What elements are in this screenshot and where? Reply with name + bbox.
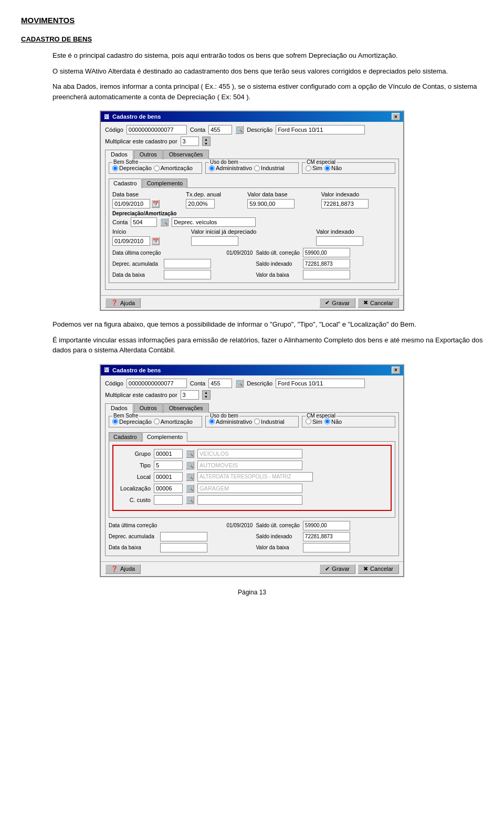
dialog1-footer: ❓ Ajuda ✔ Gravar ✖ Cancelar — [101, 295, 403, 310]
radio-industrial[interactable]: Industrial — [254, 165, 285, 171]
dialog1: 🖼 Cadastro de bens × Código Conta 🔍 Desc… — [100, 110, 404, 311]
dialog1-titlebar: 🖼 Cadastro de bens × — [101, 111, 403, 122]
valor-inicial-input[interactable] — [191, 236, 238, 246]
tipo-search-button[interactable]: 🔍 — [186, 461, 194, 469]
d2-tab-dados[interactable]: Dados — [105, 403, 133, 413]
codigo-input[interactable] — [127, 125, 187, 134]
localizacao-input[interactable] — [154, 484, 183, 493]
saldo-indexado-input[interactable] — [303, 259, 350, 268]
deprec-conta-input[interactable] — [131, 217, 157, 227]
dialog2-title: Cadastro de bens — [112, 367, 161, 373]
local-search-button[interactable]: 🔍 — [186, 473, 194, 481]
tipo-label: Tipo — [117, 462, 151, 468]
localizacao-search-button[interactable]: 🔍 — [186, 484, 194, 493]
data-base-cal-button[interactable]: 📅 — [151, 200, 160, 208]
local-row: Local 🔍 — [117, 472, 387, 482]
inicio-cal-button[interactable]: 📅 — [151, 237, 160, 245]
tab-outros[interactable]: Outros — [134, 150, 163, 159]
d2-radio-nao[interactable]: Não — [324, 419, 342, 425]
para3: Na aba Dados, iremos informar a conta pr… — [52, 81, 483, 102]
ccusto-search-button[interactable]: 🔍 — [186, 496, 194, 504]
d2-cm-radios: Sim Não — [306, 419, 392, 425]
valor-inicial-label: Valor inicial já depreciado — [191, 228, 313, 235]
ccusto-label: C. custo — [117, 497, 151, 503]
d2-radio-sim[interactable]: Sim — [306, 419, 322, 425]
d2-deprec-acumulada-input[interactable] — [160, 532, 207, 541]
d2-spin-up-button[interactable]: ▲ — [203, 391, 210, 395]
radio-amortizacao[interactable]: Amortização — [154, 165, 193, 171]
d2-valor-baixa-input[interactable] — [303, 543, 350, 552]
radio-nao[interactable]: Não — [324, 165, 342, 171]
d2-saldo-ult-input[interactable] — [303, 521, 350, 530]
sub-tab-content: Data base Tx.dep. anual Valor data base … — [109, 187, 395, 283]
d2-radio-depreciacao[interactable]: Depreciação — [112, 419, 152, 425]
d2-conta-search-button[interactable]: 🔍 — [235, 379, 244, 388]
valor-indexado-input[interactable] — [321, 199, 369, 208]
d2-uso-bem-legend: Uso do bem — [209, 413, 239, 419]
localizacao-label: Localização — [117, 485, 151, 492]
conta-search-button[interactable]: 🔍 — [235, 126, 244, 134]
dialog2-footer: ❓ Ajuda ✔ Gravar ✖ Cancelar — [101, 561, 403, 576]
cancelar-button1[interactable]: ✖ Cancelar — [358, 298, 399, 308]
d2-radio-administrativo[interactable]: Administrativo — [209, 419, 252, 425]
data-base-row: 📅 — [112, 199, 183, 208]
radio-administrativo[interactable]: Administrativo — [209, 165, 252, 171]
ccusto-desc-input[interactable] — [197, 495, 302, 505]
cancelar-button2[interactable]: ✖ Cancelar — [358, 564, 399, 574]
data-base-input[interactable] — [112, 199, 150, 208]
tipo-input[interactable] — [154, 461, 183, 470]
radio-depreciacao[interactable]: Depreciação — [112, 165, 152, 171]
inicio-input[interactable] — [112, 236, 150, 246]
subtab-complemento[interactable]: Complemento — [142, 179, 187, 188]
multiplicar-input[interactable] — [181, 137, 199, 146]
deprec-acumulada-label: Deprec. acumulada — [112, 261, 161, 267]
data-baixa-input[interactable] — [164, 270, 211, 279]
d2-conta-input[interactable] — [208, 379, 232, 388]
dialog1-close-button[interactable]: × — [392, 113, 400, 120]
deprec-desc-input[interactable] — [172, 217, 256, 227]
tx-dep-input[interactable] — [186, 199, 215, 208]
d2-descricao-input[interactable] — [276, 379, 365, 388]
ajuda-button2[interactable]: ❓ Ajuda — [105, 564, 141, 574]
d2-sub-tab-content: Grupo 🔍 Tipo 🔍 Local — [109, 441, 395, 518]
d2-multiplicar-input[interactable] — [181, 390, 199, 400]
tab-observacoes[interactable]: Observações — [163, 150, 209, 159]
localizacao-desc-input — [197, 484, 302, 493]
valor-data-base-input[interactable] — [247, 199, 295, 208]
dialog2-content: Código Conta 🔍 Descrição Multiplicar est… — [101, 375, 403, 559]
uso-bem-group: Uso do bem Administrativo Industrial — [205, 162, 299, 174]
deprec-search-button[interactable]: 🔍 — [160, 218, 169, 226]
spin-up-button[interactable]: ▲ — [203, 137, 210, 141]
saldo-ult-input[interactable] — [303, 248, 350, 257]
d2-cm-especial-group: CM especial Sim Não — [302, 416, 395, 427]
d2-tab-outros[interactable]: Outros — [134, 403, 163, 413]
grupo-input[interactable] — [154, 449, 183, 458]
d2-subtab-complemento[interactable]: Complemento — [142, 432, 187, 442]
gravar-button1[interactable]: ✔ Gravar — [319, 298, 355, 308]
d2-spin-down-button[interactable]: ▼ — [203, 395, 210, 399]
d2-codigo-input[interactable] — [127, 379, 187, 388]
valor-indexado-label: Valor indexado — [321, 191, 392, 197]
d2-subtab-cadastro[interactable]: Cadastro — [109, 432, 142, 442]
d2-radio-amortizacao[interactable]: Amortização — [154, 419, 193, 425]
deprec-acumulada-input[interactable] — [164, 259, 211, 268]
local-input[interactable] — [154, 472, 183, 482]
d2-radio-industrial[interactable]: Industrial — [254, 419, 285, 425]
d2-multiplicar-spinner: ▲ ▼ — [202, 390, 211, 400]
conta-input[interactable] — [208, 125, 232, 134]
radio-sim[interactable]: Sim — [306, 165, 322, 171]
grupo-search-button[interactable]: 🔍 — [186, 450, 194, 458]
dialog2-close-button[interactable]: × — [392, 367, 400, 374]
valor-baixa-input[interactable] — [303, 270, 350, 279]
descricao-input[interactable] — [276, 125, 365, 134]
subtab-cadastro[interactable]: Cadastro — [109, 179, 142, 188]
d2-data-baixa-input[interactable] — [160, 543, 207, 552]
d2-saldo-indexado-input[interactable] — [303, 532, 350, 541]
gravar-button2[interactable]: ✔ Gravar — [319, 564, 355, 574]
spin-down-button[interactable]: ▼ — [203, 141, 210, 145]
ccusto-input[interactable] — [154, 495, 183, 505]
tab-dados[interactable]: Dados — [105, 150, 133, 159]
d2-tab-observacoes[interactable]: Observações — [163, 403, 209, 413]
ajuda-button1[interactable]: ❓ Ajuda — [105, 298, 141, 308]
valor-indexado2-input[interactable] — [316, 236, 363, 246]
